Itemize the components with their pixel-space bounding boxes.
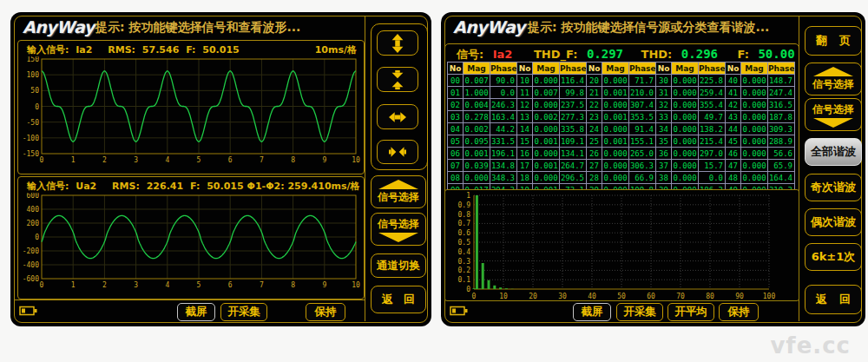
back-char-left: 返 [382, 292, 393, 307]
signal-select-up-button[interactable]: 信号选择 [805, 63, 862, 95]
thd-value: 0.296 [681, 47, 718, 61]
svg-text:5: 5 [197, 281, 201, 289]
6k-plus-minus-1-button[interactable]: 6k±1次 [805, 243, 862, 271]
harmonic-phase: 316.5 [768, 99, 795, 111]
harmonic-mag: 0.001 [464, 148, 490, 160]
signal-select-up-label: 信号选择 [812, 77, 854, 92]
svg-text:0: 0 [40, 281, 44, 289]
col-header-mag: Mag [602, 63, 629, 75]
harmonic-no: 48 [726, 172, 741, 184]
svg-text:0.3: 0.3 [458, 258, 471, 266]
channel-switch-button[interactable]: 通道切换 [371, 253, 426, 278]
harmonic-mag: 0.000 [741, 123, 768, 135]
svg-text:150: 150 [27, 56, 40, 63]
rms-value: 226.41 [147, 181, 183, 192]
anyway-logo: AnyWay [453, 17, 525, 36]
start-averaging-button[interactable]: 开平均 [667, 303, 714, 321]
hold-label: 保持 [315, 305, 337, 319]
harmonic-phase: 264.7 [560, 160, 587, 172]
svg-text:0.8: 0.8 [458, 211, 471, 219]
harmonic-no: 13 [517, 111, 533, 123]
harmonic-mag: 0.000 [672, 75, 699, 87]
back-char-left: 返 [816, 292, 827, 307]
site-watermark: vfe.cc [770, 332, 851, 359]
harmonic-mag: 1.000 [464, 87, 490, 99]
hold-button[interactable]: 保持 [306, 303, 345, 321]
odd-harmonics-button[interactable]: 奇次谐波 [805, 174, 862, 201]
signal-select-down-button[interactable]: 信号选择 [371, 213, 426, 246]
harmonic-phase: 215.4 [699, 135, 726, 148]
svg-text:7: 7 [260, 281, 264, 289]
expand-vertical-button[interactable] [377, 30, 418, 56]
harmonic-no: 02 [448, 99, 464, 111]
harmonic-no: 25 [587, 135, 602, 148]
col-header-no: No [587, 63, 602, 75]
svg-text:50: 50 [30, 87, 39, 95]
battery-icon [19, 306, 38, 316]
svg-text:0: 0 [35, 103, 39, 111]
screenshot-button[interactable]: 截屏 [573, 303, 611, 321]
harmonic-mag: 0.007 [464, 75, 490, 87]
col-header-no: No [517, 63, 533, 75]
harmonic-phase: 49.7 [699, 111, 726, 123]
harmonic-mag: 0.000 [672, 135, 699, 148]
start-acquisition-label: 开采集 [227, 305, 260, 319]
compress-horizontal-button[interactable] [377, 140, 418, 164]
expand-horizontal-button[interactable] [377, 104, 418, 129]
harmonic-mag: 0.000 [533, 75, 560, 87]
back-button[interactable]: 返 回 [805, 285, 862, 314]
hold-button[interactable]: 保持 [719, 303, 759, 321]
harmonic-no: 12 [517, 99, 533, 111]
svg-text:2: 2 [102, 156, 107, 164]
harmonic-mag: 0.007 [533, 87, 560, 99]
harmonic-phase: 307.4 [629, 99, 656, 111]
harmonic-no: 18 [517, 172, 533, 184]
zoom-buttons-group [371, 23, 428, 170]
signal-select-up-button[interactable]: 信号选择 [371, 175, 426, 208]
harmonic-phase: 134.8 [490, 160, 517, 172]
harmonic-mag: 0.000 [672, 172, 699, 184]
phase-diff-value: 259.4 [287, 181, 318, 192]
start-acquisition-button[interactable]: 开采集 [616, 303, 663, 321]
start-acquisition-button[interactable]: 开采集 [220, 303, 267, 321]
svg-text:-200: -200 [23, 247, 39, 255]
screenshot-button[interactable]: 截屏 [177, 303, 215, 321]
harmonic-no: 24 [587, 123, 602, 135]
svg-text:1: 1 [466, 192, 470, 200]
freq-value: 50.00 [758, 47, 794, 61]
compress-vertical-button[interactable] [377, 67, 418, 92]
harmonic-mag: 0.001 [602, 111, 629, 123]
signal-label: 信号: [457, 48, 483, 61]
harmonics-row: 080.000348.3180.000296.5280.00066.9380.0… [448, 172, 795, 184]
harmonic-no: 32 [656, 99, 672, 111]
harmonic-no: 15 [517, 135, 533, 148]
harmonic-mag: 0.000 [672, 148, 699, 160]
harmonic-mag: 0.000 [672, 87, 699, 99]
harmonic-mag: 0.000 [533, 148, 560, 160]
page-turn-button[interactable]: 翻 页 [805, 26, 862, 56]
svg-text:0.5: 0.5 [458, 239, 471, 247]
harmonic-no: 03 [448, 111, 464, 123]
svg-text:30: 30 [558, 293, 567, 299]
col-header-no: No [726, 63, 741, 75]
svg-text:400: 400 [27, 206, 40, 214]
down-arrow-icon [378, 233, 418, 242]
svg-text:0: 0 [466, 286, 470, 293]
svg-text:10: 10 [352, 156, 360, 164]
harmonic-mag: 0.278 [464, 111, 490, 123]
all-harmonics-button[interactable]: 全部谐波 [805, 138, 862, 166]
left-hint-text: 提示: 按功能键选择信号和查看波形... [95, 20, 300, 36]
col-header-phase: Phase [768, 63, 795, 75]
timebase-label: 10ms/格 [318, 180, 359, 193]
timebase-label: 10ms/格 [315, 43, 357, 56]
svg-text:3: 3 [134, 281, 138, 289]
svg-text:60: 60 [647, 293, 655, 299]
svg-text:4: 4 [165, 281, 169, 289]
back-button[interactable]: 返 回 [371, 286, 426, 313]
col-header-mag: Mag [741, 63, 768, 75]
harmonic-mag: 0.002 [533, 111, 560, 123]
harmonic-phase: 56.6 [768, 148, 795, 160]
harmonic-mag: 0.001 [533, 160, 560, 172]
signal-select-down-button[interactable]: 信号选择 [805, 98, 862, 131]
even-harmonics-button[interactable]: 偶次谐波 [805, 208, 862, 236]
